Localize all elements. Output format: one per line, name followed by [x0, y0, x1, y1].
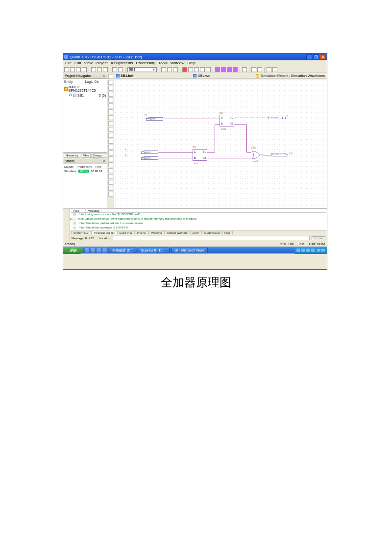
taskbar-item[interactable]: Quartus II - D:/...: [138, 248, 170, 253]
cut-icon[interactable]: [91, 67, 96, 72]
save-icon[interactable]: [76, 67, 81, 72]
block1-symbol[interactable]: A B F1 F2: [193, 149, 207, 161]
assignment-icon[interactable]: [167, 67, 172, 72]
fullscreen-icon[interactable]: [108, 145, 113, 150]
tab-sim-report[interactable]: Simulation Report - Simulation Waveforms: [256, 74, 325, 77]
entity-row[interactable]: ⊟ SB1 0 (0): [64, 93, 106, 98]
tab-processing[interactable]: Processing (9): [92, 231, 117, 234]
sim-start-icon[interactable]: [227, 67, 232, 72]
oval-icon[interactable]: [108, 180, 113, 185]
panel-close-icon[interactable]: ✕: [102, 74, 105, 78]
compile-icon[interactable]: [188, 67, 193, 72]
tab-flag[interactable]: Flag: [222, 231, 233, 234]
quicklaunch-icon[interactable]: [97, 248, 101, 252]
diagonal-bus-icon[interactable]: [108, 115, 113, 120]
rotate-icon[interactable]: [108, 168, 113, 173]
zoom-icon[interactable]: [108, 139, 113, 144]
rubberband-icon[interactable]: [108, 127, 113, 132]
symbol-icon[interactable]: [108, 86, 113, 91]
menu-help[interactable]: Help: [187, 61, 195, 65]
settings-icon[interactable]: [161, 67, 166, 72]
tab-files[interactable]: Files: [81, 153, 91, 158]
paste-icon[interactable]: [103, 67, 108, 72]
block2-symbol[interactable]: A B F1 F2: [220, 115, 234, 126]
close-button[interactable]: ✕: [320, 54, 326, 59]
ci-input-pin[interactable]: INPUT: [148, 117, 163, 121]
copy-icon[interactable]: [97, 67, 102, 72]
analyze-icon[interactable]: [194, 67, 199, 72]
tab-info[interactable]: Info (9): [134, 231, 148, 234]
redo-icon[interactable]: [118, 67, 123, 72]
orthogonal-bus-icon[interactable]: [108, 103, 113, 108]
quicklaunch-icon[interactable]: [85, 248, 89, 252]
stop-icon[interactable]: [182, 67, 187, 72]
text-icon[interactable]: [108, 80, 113, 85]
menu-project[interactable]: Project: [96, 61, 108, 65]
menu-file[interactable]: File: [65, 61, 72, 65]
s-output-pin[interactable]: OUTPUT: [269, 116, 283, 119]
tab-extra-info[interactable]: Extra Info: [117, 231, 135, 234]
minimize-button[interactable]: _: [306, 54, 312, 59]
locate-button[interactable]: Locate: [312, 236, 325, 240]
partial-line-icon[interactable]: [108, 133, 113, 138]
chip-planner-icon[interactable]: [251, 67, 256, 72]
programmer-icon[interactable]: [242, 67, 247, 72]
help-icon[interactable]: [267, 67, 271, 72]
location-field[interactable]: [113, 236, 310, 240]
taskbar-item[interactable]: 本地磁盘 (D:): [109, 248, 136, 253]
menu-tools[interactable]: Tools: [158, 61, 168, 65]
tab-vwf[interactable]: SB1.vwf: [193, 74, 210, 77]
taskbar-item[interactable]: ch - Microsoft Word: [171, 248, 208, 253]
tray-icon[interactable]: [301, 249, 305, 252]
tray-icon[interactable]: [311, 249, 315, 252]
compile-report-icon[interactable]: [221, 67, 226, 72]
a-input-pin[interactable]: INPUT: [144, 151, 158, 154]
compile-start-icon[interactable]: [215, 67, 220, 72]
schematic-canvas[interactable]: CI INPUT SB A B F1 F2 inst1 A INPUT B IN…: [114, 79, 327, 208]
rect-icon[interactable]: [108, 174, 113, 179]
tab-hierarchy[interactable]: Hierarchy: [64, 153, 80, 158]
message-row[interactable]: ⓘInfo: Simulation partitioned into 1 sub…: [71, 222, 326, 226]
find-icon[interactable]: [108, 151, 113, 155]
tray-icon[interactable]: [306, 249, 310, 252]
menu-window[interactable]: Window: [171, 61, 184, 65]
tab-bdf[interactable]: SB1.bdf: [116, 74, 133, 77]
co-output-pin[interactable]: OUTPUT: [271, 153, 286, 156]
flip-h-icon[interactable]: [108, 156, 113, 161]
quicklaunch-icon[interactable]: [102, 248, 107, 252]
menu-edit[interactable]: Edit: [74, 61, 81, 65]
tab-warning[interactable]: Warning: [148, 231, 164, 234]
menu-assignments[interactable]: Assignments: [111, 61, 133, 65]
block-icon[interactable]: [108, 92, 113, 97]
arc-icon[interactable]: [108, 121, 113, 126]
message-row[interactable]: ⓘInfo: Using vector source file "D:/SB1/…: [71, 213, 326, 217]
tray-icon[interactable]: [296, 249, 300, 252]
start-button[interactable]: 开始: [63, 247, 83, 254]
maximize-button[interactable]: ❐: [313, 54, 319, 59]
tab-suppressed[interactable]: Suppressed: [201, 231, 222, 234]
clock[interactable]: 10:00: [316, 249, 325, 252]
web-icon[interactable]: [272, 67, 277, 72]
quicklaunch-icon[interactable]: [91, 248, 95, 252]
menu-view[interactable]: View: [84, 61, 93, 65]
or-gate-symbol[interactable]: [251, 151, 264, 160]
tab-design-units[interactable]: Design Units: [91, 153, 106, 158]
open-icon[interactable]: [70, 67, 75, 72]
simulate-icon[interactable]: [206, 67, 211, 72]
resource-icon[interactable]: [257, 67, 262, 72]
undo-icon[interactable]: [112, 67, 117, 72]
panel-close-icon[interactable]: ✕: [102, 159, 105, 163]
device-row[interactable]: MAX II: EPM1270T144C5: [64, 85, 106, 93]
pin-icon[interactable]: [173, 67, 178, 72]
print-icon[interactable]: [82, 67, 87, 72]
orthogonal-node-icon[interactable]: [108, 98, 113, 102]
tab-error[interactable]: Error: [190, 231, 201, 234]
new-icon[interactable]: [64, 67, 69, 72]
tab-critical-warning[interactable]: Critical Warning: [165, 231, 190, 234]
line-icon[interactable]: [108, 186, 113, 191]
sim-report-icon[interactable]: [233, 67, 238, 72]
message-row[interactable]: ⊞ ⓘInfo: Option to preserve fewer signal…: [71, 217, 326, 222]
arc-tool-icon[interactable]: [108, 192, 113, 197]
diagonal-node-icon[interactable]: [108, 109, 113, 114]
tab-system[interactable]: System (12): [71, 231, 92, 234]
